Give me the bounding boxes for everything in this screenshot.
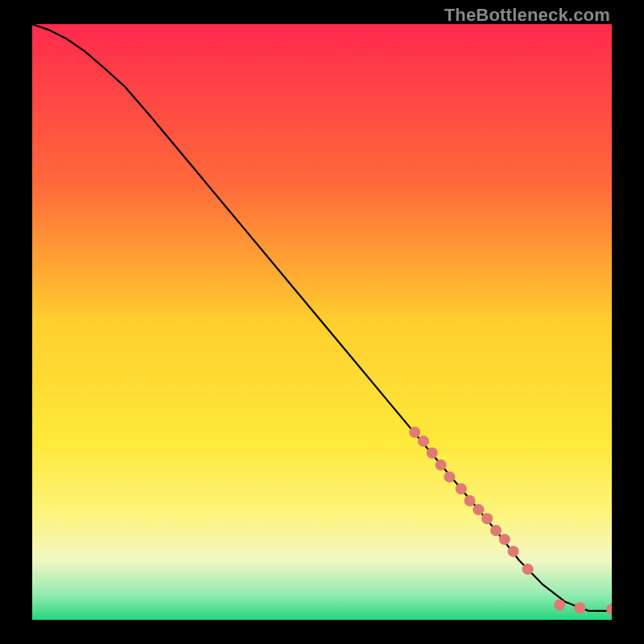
highlight-point: [490, 525, 502, 536]
highlight-point: [473, 504, 484, 515]
highlight-point: [522, 564, 534, 575]
highlight-point: [574, 602, 585, 613]
highlight-point: [436, 460, 447, 471]
highlight-point: [444, 471, 455, 482]
highlight-point: [427, 448, 438, 459]
watermark-text: TheBottleneck.com: [444, 5, 610, 26]
highlight-point: [464, 495, 476, 506]
highlight-point: [508, 546, 519, 557]
chart-frame: TheBottleneck.com: [0, 0, 644, 644]
highlight-point: [456, 483, 467, 494]
highlight-point: [481, 513, 493, 524]
plot-area: [32, 24, 612, 620]
highlight-point: [499, 534, 510, 545]
highlight-point: [409, 427, 420, 438]
highlight-point: [554, 600, 565, 611]
highlight-point: [418, 436, 429, 447]
chart-svg: [32, 24, 612, 620]
